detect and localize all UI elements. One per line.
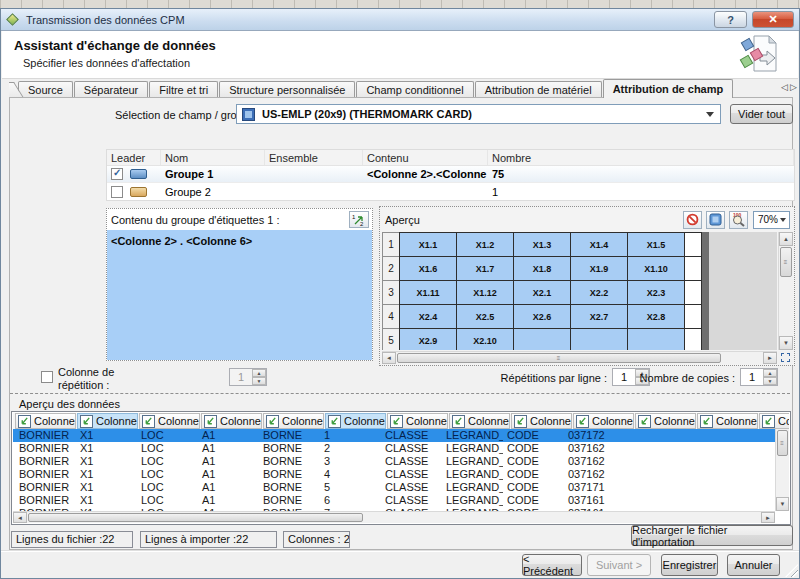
column-header-colonne2-2[interactable]: Colonne2 xyxy=(77,413,138,429)
scroll-down-icon[interactable]: ▼ xyxy=(779,336,793,350)
column-header-colonne8-8[interactable]: Colonne8 xyxy=(449,413,510,429)
preview-label-cell[interactable] xyxy=(570,328,628,350)
data-row[interactable]: BORNIERX1LOCA1BORNE1CLASSELEGRAND_...COD… xyxy=(13,429,775,442)
leader-checkbox[interactable] xyxy=(111,168,123,180)
column-header-colonne5-5[interactable]: Colonne5 xyxy=(263,413,324,429)
col-nombre[interactable]: Nombre xyxy=(488,150,794,165)
column-header-colonne-11[interactable]: Colonne... xyxy=(635,413,696,429)
column-header-colonne-12[interactable]: Colonne... xyxy=(697,413,758,429)
scroll-thumb[interactable]: ≡ xyxy=(777,430,788,456)
tab-structure-personnalisee[interactable]: Structure personnalisée xyxy=(219,81,355,98)
preview-horizontal-scrollbar[interactable]: ◄ ≡ ► xyxy=(382,351,777,364)
clear-all-button[interactable]: Vider tout xyxy=(730,104,793,124)
column-header-colonne4-4[interactable]: Colonne4 xyxy=(201,413,262,429)
leader-checkbox[interactable] xyxy=(111,186,123,198)
preview-label-cell[interactable]: X1.2 xyxy=(456,232,514,257)
scroll-thumb[interactable]: ≡ xyxy=(780,247,792,277)
copies-spinner[interactable]: 1 ▲▼ xyxy=(740,368,778,386)
field-select-combobox[interactable]: US-EMLP (20x9) (THERMOMARK CARD) xyxy=(236,104,721,124)
col-contenu[interactable]: Contenu xyxy=(363,150,488,165)
group-row[interactable]: Groupe 1<Colonne 2>.<Colonne 6>75 xyxy=(107,166,794,183)
preview-label-cell[interactable]: X2.9 xyxy=(399,328,457,350)
repeat-column-checkbox[interactable] xyxy=(41,371,53,383)
column-header-colonne7-7[interactable]: Colonne7 xyxy=(387,413,448,429)
column-header-co-13[interactable]: Co... xyxy=(759,413,789,429)
column-header-colonne9-9[interactable]: Colonne9 xyxy=(511,413,572,429)
spinner-up-icon[interactable]: ▲ xyxy=(763,369,777,377)
fit-view-button[interactable] xyxy=(778,351,793,364)
scroll-down-icon[interactable]: ▼ xyxy=(776,497,789,511)
next-button[interactable]: Suivant > xyxy=(587,554,651,576)
scroll-left-icon[interactable]: ◄ xyxy=(13,512,27,523)
preview-label-cell[interactable]: X1.7 xyxy=(456,256,514,281)
tab-filtre-et-tri[interactable]: Filtre et tri xyxy=(149,81,218,98)
tab-scroll-left-icon[interactable]: ◁ xyxy=(781,82,790,92)
preview-label-cell[interactable]: X1.4 xyxy=(570,232,628,257)
data-table-vertical-scrollbar[interactable]: ≡ ▼ xyxy=(775,429,789,511)
preview-vertical-scrollbar[interactable]: ▲ ≡ ▼ xyxy=(778,232,793,350)
data-row[interactable]: BORNIERX1LOCA1BORNE2CLASSELEGRAND_...COD… xyxy=(13,442,775,455)
spinner-up-icon[interactable]: ▲ xyxy=(252,369,266,377)
repeat-column-spinner[interactable]: 1 ▲▼ xyxy=(229,368,267,386)
preview-label-cell[interactable]: X2.10 xyxy=(456,328,514,350)
tab-champ-conditionnel[interactable]: Champ conditionnel xyxy=(356,81,473,98)
preview-label-cell[interactable]: X2.4 xyxy=(399,304,457,329)
reload-import-file-button[interactable]: Recharger le fichier d'importation xyxy=(631,525,793,546)
spinner-down-icon[interactable]: ▼ xyxy=(763,377,777,385)
preview-label-cell[interactable]: X2.1 xyxy=(513,280,571,305)
column-header-colonne1-1[interactable]: Colonne1 xyxy=(15,413,76,429)
data-row[interactable]: BORNIERX1LOCA1BORNE3CLASSELEGRAND_...COD… xyxy=(13,455,775,468)
save-button[interactable]: Enregistrer xyxy=(661,554,718,576)
preview-label-cell[interactable]: X2.5 xyxy=(456,304,514,329)
data-table-horizontal-scrollbar[interactable]: ◄ ► xyxy=(13,511,775,523)
preview-label-cell[interactable]: X1.3 xyxy=(513,232,571,257)
preview-label-cell[interactable] xyxy=(513,328,571,350)
preview-label-cell[interactable]: X1.12 xyxy=(456,280,514,305)
preview-label-cell[interactable]: X1.1 xyxy=(399,232,457,257)
preview-label-cell[interactable]: X1.10 xyxy=(627,256,685,281)
title-bar[interactable]: Transmission des données CPM ? ✕ xyxy=(1,9,799,31)
close-button[interactable]: ✕ xyxy=(752,11,794,28)
preview-label-cell[interactable]: X1.8 xyxy=(513,256,571,281)
column-header-colonne6-6[interactable]: Colonne6 xyxy=(325,413,386,429)
preview-label-cell[interactable]: X2.2 xyxy=(570,280,628,305)
scroll-thumb[interactable]: ≡ xyxy=(397,353,721,363)
label-view-button[interactable] xyxy=(706,211,725,229)
column-header-colonne-10[interactable]: Colonne... xyxy=(573,413,634,429)
scroll-up-icon[interactable]: ▲ xyxy=(779,232,793,246)
preview-label-cell[interactable] xyxy=(627,328,685,350)
column-header-colonne3-3[interactable]: Colonne3 xyxy=(139,413,200,429)
tab-attribution-de-materiel[interactable]: Attribution de matériel xyxy=(475,81,602,98)
zoom-level-combobox[interactable]: 70% xyxy=(753,211,790,229)
resize-grip[interactable] xyxy=(785,564,798,577)
tab-separateur[interactable]: Séparateur xyxy=(74,81,148,98)
help-button[interactable]: ? xyxy=(714,11,747,28)
spinner-down-icon[interactable]: ▼ xyxy=(252,377,266,385)
preview-label-cell[interactable]: X2.7 xyxy=(570,304,628,329)
col-nom[interactable]: Nom xyxy=(161,150,265,165)
previous-button[interactable]: < Précédent xyxy=(522,554,582,576)
preview-label-cell[interactable]: X2.8 xyxy=(627,304,685,329)
sort-order-button[interactable]: 1 2 xyxy=(349,211,369,228)
col-leader[interactable]: Leader xyxy=(107,150,161,165)
group-row[interactable]: Groupe 21 xyxy=(107,183,794,200)
no-preview-button[interactable] xyxy=(683,211,702,229)
data-row[interactable]: BORNIERX1LOCA1BORNE6CLASSELEGRAND_...COD… xyxy=(13,494,775,507)
tab-scroll-right-icon[interactable]: ▷ xyxy=(790,82,799,92)
data-row[interactable]: BORNIERX1LOCA1BORNE5CLASSELEGRAND_...COD… xyxy=(13,481,775,494)
cancel-button[interactable]: Annuler xyxy=(727,554,780,576)
preview-label-cell[interactable]: X2.3 xyxy=(627,280,685,305)
label-group-content-value[interactable]: <Colonne 2> . <Colonne 6> xyxy=(107,230,372,360)
col-ensemble[interactable]: Ensemble xyxy=(265,150,363,165)
preview-label-cell[interactable]: X1.6 xyxy=(399,256,457,281)
tab-source[interactable]: Source xyxy=(18,81,73,98)
scroll-thumb[interactable] xyxy=(28,513,363,522)
preview-label-cell[interactable]: X1.5 xyxy=(627,232,685,257)
scroll-right-icon[interactable]: ► xyxy=(763,352,777,364)
data-row[interactable]: BORNIERX1LOCA1BORNE4CLASSELEGRAND_...COD… xyxy=(13,468,775,481)
preview-label-cell[interactable]: X1.9 xyxy=(570,256,628,281)
scroll-left-icon[interactable]: ◄ xyxy=(382,352,396,364)
tab-scroll-arrows[interactable]: ◁▷ xyxy=(781,82,799,92)
scroll-right-icon[interactable]: ► xyxy=(761,512,775,523)
tab-attribution-de-champ[interactable]: Attribution de champ xyxy=(603,79,734,98)
